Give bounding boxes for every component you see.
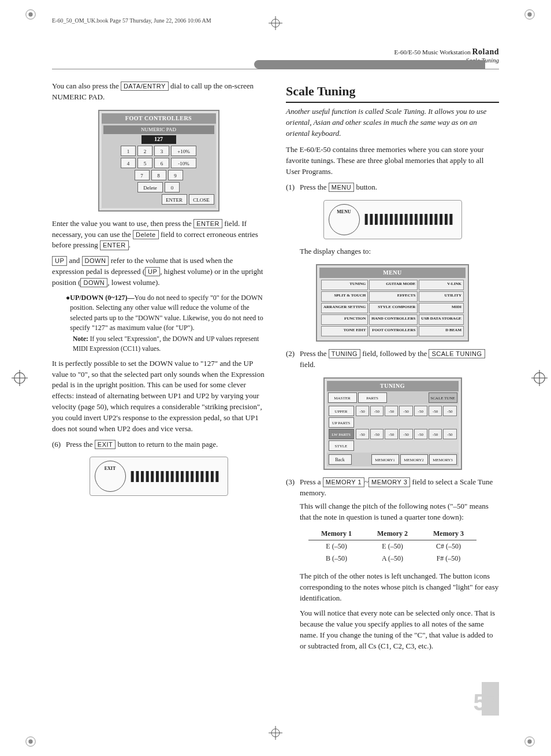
text: and [67,256,81,265]
menu-item[interactable]: EFFECTS [369,291,418,302]
menu-callout: MENU [329,204,360,235]
tuning-screen-title: TUNING [327,381,459,392]
tuning-note-button[interactable]: -50 [399,406,412,416]
left-column: You can also press the DATA/ENTRY dial t… [52,81,265,657]
menu-item[interactable]: STYLE COMPOSER [369,303,418,313]
left-p3: UP and DOWN refer to the volume that is … [52,255,265,288]
menu-item[interactable]: TONE EDIT [321,326,368,336]
numpad-9[interactable]: 9 [168,170,183,180]
menu-item[interactable]: FOOT CONTROLLERS [369,326,418,336]
text: Press the [300,183,329,191]
header-bar [254,60,485,69]
numpad-minus10[interactable]: -10% [171,158,196,168]
svg-point-1 [28,12,32,16]
tuning-note-button[interactable]: -50 [356,406,369,416]
numpad-1[interactable]: 1 [121,146,136,156]
right-p1: The E-60/E-50 contains three memories wh… [286,144,499,177]
section-intro: Another useful function is called Scale … [286,106,499,139]
text: button. [354,183,377,191]
tuning-note-button[interactable]: -50 [414,429,427,439]
numpad-0[interactable]: 0 [165,182,180,192]
menu-item[interactable]: D BEAM [419,326,464,336]
tuning-tab-master[interactable]: MASTER [328,392,357,403]
numpad-7[interactable]: 7 [135,170,150,180]
numpad-2[interactable]: 2 [137,146,152,156]
table-cell: E (–50) [364,540,420,553]
crop-mark-right [531,370,548,386]
up-key: UP [52,256,67,265]
step-1-number: (1) [286,182,300,193]
tuning-side-styleparts[interactable]: STYLE PARTS [329,440,354,451]
numpad-enter[interactable]: ENTER [162,194,187,205]
numpad-plus10[interactable]: +10% [171,146,196,156]
bullet-dot-icon: ● [66,293,70,333]
keyboard-icon: ▌▌▌▌▌▌▌▌▌▌▌▌▌▌▌▌▌▌ [365,213,455,226]
table-row: B (–50) A (–50) F# (–50) [308,553,476,565]
numpad-delete[interactable]: Delete [137,182,163,192]
text: Press the [66,440,95,449]
numpad-4[interactable]: 4 [121,158,136,168]
tuning-back[interactable]: Back [329,454,352,465]
tuning-tab-scale[interactable]: SCALE TUNE [429,392,457,403]
tuning-note-button[interactable]: -50 [414,406,427,416]
tuning-memory2[interactable]: MEMORY2 [400,454,428,465]
menu-item[interactable]: HAND CONTROLLERS [369,314,418,325]
text: field, followed by the [360,349,429,358]
svg-point-3 [527,12,531,16]
text: , lowest volume). [107,278,159,287]
tuning-note-button[interactable]: -50 [443,429,456,439]
menu-item[interactable]: FUNCTION [321,314,368,325]
menu-item[interactable]: USB DATA STORAGE [419,314,464,325]
crop-mark-left [12,370,28,386]
menu-item[interactable]: UTILITY [419,291,464,302]
exit-callout: EXIT [95,461,126,492]
numpad-5[interactable]: 5 [137,158,152,168]
print-header: E-60_50_OM_UK.book Page 57 Thursday, Jun… [52,17,211,24]
text: Press a [300,477,323,486]
menu-item[interactable]: MIDI [419,303,464,313]
right-p-after1: The pitch of the other notes is left unc… [300,571,499,604]
tuning-side-lwparts[interactable]: LW PARTS [329,429,354,439]
menu-item[interactable]: GUITAR MODE [369,280,418,290]
menu-item[interactable]: TUNING [321,280,368,290]
text: You can also press the [52,81,121,90]
menu-item[interactable]: SPLIT & TOUCH [321,291,368,302]
numpad-8[interactable]: 8 [151,170,166,180]
left-p4: It is perfectly possible to set the DOWN… [52,358,265,435]
product-name: E-60/E-50 Music Workstation [394,49,471,55]
tuning-note-button[interactable]: -50 [429,406,442,416]
tuning-memory1[interactable]: MEMORY1 [371,454,399,465]
reg-mark-top-left [24,8,37,21]
numpad-close[interactable]: CLOSE [189,194,214,205]
tuning-note-button[interactable]: -50 [356,429,369,439]
tuning-note-button[interactable]: -50 [429,429,442,439]
display-changes-text: The display changes to: [300,246,499,257]
tuning-memory3[interactable]: MEMORY3 [429,454,457,465]
numpad-title: FOOT CONTROLLERS [102,113,216,124]
tuning-note-button[interactable]: -50 [385,406,398,416]
tuning-side-upparts[interactable]: UP PARTS [329,417,354,428]
tuning-note-button[interactable]: -50 [370,406,384,416]
right-column: Scale Tuning Another useful function is … [286,81,499,657]
svg-point-5 [28,739,32,743]
table-header: Memory 3 [420,528,476,540]
menu-item[interactable]: V-LINK [419,280,464,290]
tuning-tab-parts[interactable]: PARTS [358,392,387,403]
menu-item[interactable]: ARRANGER SETTING [321,303,368,313]
delete-key: Delete [133,230,159,239]
tuning-note-button[interactable]: -50 [370,429,384,439]
tuning-note-button[interactable]: -50 [399,429,412,439]
table-header: Memory 2 [364,528,420,540]
bullet-label: UP/DOWN (0~127)— [70,294,134,302]
tuning-side-upper[interactable]: UPPER [329,406,354,416]
tuning-key: TUNING [329,349,360,358]
note: Note: If you select "Expression", the DO… [73,334,265,353]
reg-mark-top-right [523,8,536,21]
numpad-6[interactable]: 6 [154,158,169,168]
numpad-3[interactable]: 3 [154,146,169,156]
tuning-note-button[interactable]: -50 [443,406,456,416]
table-cell: B (–50) [308,553,364,565]
reg-mark-bottom-right [523,735,536,748]
tuning-note-button[interactable]: -50 [385,429,398,439]
exit-key: EXIT [95,440,116,449]
